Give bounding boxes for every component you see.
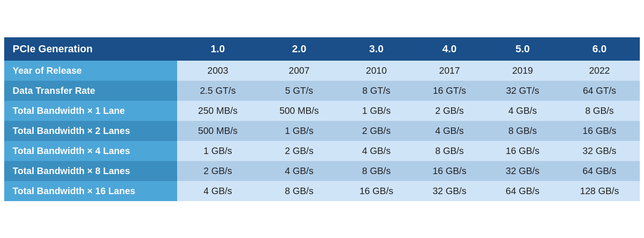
header-v1: 1.0	[177, 37, 258, 61]
row-label: Data Transfer Rate	[4, 81, 177, 101]
row-cell: 2 GB/s	[177, 161, 258, 181]
row-label: Total Bandwidth × 1 Lane	[4, 101, 177, 121]
header-row: PCIe Generation 1.0 2.0 3.0 4.0 5.0 6.0	[4, 37, 640, 61]
table-row: Total Bandwidth × 8 Lanes2 GB/s4 GB/s8 G…	[4, 161, 640, 181]
row-cell: 4 GB/s	[340, 141, 413, 161]
row-cell: 4 GB/s	[258, 161, 340, 181]
row-cell: 8 GT/s	[340, 81, 413, 101]
row-cell: 1 GB/s	[258, 121, 340, 141]
row-cell: 2 GB/s	[340, 121, 413, 141]
table-row: Total Bandwidth × 2 Lanes500 MB/s1 GB/s2…	[4, 121, 640, 141]
row-cell: 16 GB/s	[486, 141, 559, 161]
table-row: Total Bandwidth × 16 Lanes4 GB/s8 GB/s16…	[4, 181, 640, 201]
row-label: Total Bandwidth × 2 Lanes	[4, 121, 177, 141]
row-cell: 1 GB/s	[177, 141, 258, 161]
pcie-comparison-table: PCIe Generation 1.0 2.0 3.0 4.0 5.0 6.0 …	[4, 37, 640, 201]
row-label: Total Bandwidth × 16 Lanes	[4, 181, 177, 201]
row-cell: 32 GT/s	[486, 81, 559, 101]
row-cell: 16 GT/s	[413, 81, 486, 101]
row-cell: 2022	[559, 61, 640, 81]
table-row: Total Bandwidth × 4 Lanes1 GB/s2 GB/s4 G…	[4, 141, 640, 161]
row-cell: 64 GB/s	[559, 161, 640, 181]
row-cell: 2007	[258, 61, 340, 81]
table-row: Year of Release200320072010201720192022	[4, 61, 640, 81]
row-cell: 16 GB/s	[413, 161, 486, 181]
row-cell: 64 GT/s	[559, 81, 640, 101]
row-cell: 16 GB/s	[559, 121, 640, 141]
row-cell: 32 GB/s	[413, 181, 486, 201]
row-cell: 8 GB/s	[413, 141, 486, 161]
row-cell: 32 GB/s	[559, 141, 640, 161]
header-v2: 2.0	[258, 37, 340, 61]
row-cell: 64 GB/s	[486, 181, 559, 201]
row-cell: 2 GB/s	[413, 101, 486, 121]
row-cell: 8 GB/s	[486, 121, 559, 141]
row-cell: 5 GT/s	[258, 81, 340, 101]
row-cell: 2019	[486, 61, 559, 81]
row-cell: 1 GB/s	[340, 101, 413, 121]
row-cell: 8 GB/s	[559, 101, 640, 121]
row-cell: 4 GB/s	[413, 121, 486, 141]
row-cell: 2.5 GT/s	[177, 81, 258, 101]
row-cell: 32 GB/s	[486, 161, 559, 181]
table-row: Total Bandwidth × 1 Lane250 MB/s500 MB/s…	[4, 101, 640, 121]
row-label: Year of Release	[4, 61, 177, 81]
header-v5: 5.0	[486, 37, 559, 61]
table-row: Data Transfer Rate2.5 GT/s5 GT/s8 GT/s16…	[4, 81, 640, 101]
row-cell: 8 GB/s	[258, 181, 340, 201]
row-cell: 2003	[177, 61, 258, 81]
pcie-table-container: PCIe Generation 1.0 2.0 3.0 4.0 5.0 6.0 …	[4, 37, 640, 201]
row-cell: 128 GB/s	[559, 181, 640, 201]
header-v4: 4.0	[413, 37, 486, 61]
row-cell: 16 GB/s	[340, 181, 413, 201]
row-cell: 8 GB/s	[340, 161, 413, 181]
row-cell: 500 MB/s	[258, 101, 340, 121]
header-generation: PCIe Generation	[4, 37, 177, 61]
header-v6: 6.0	[559, 37, 640, 61]
row-cell: 2017	[413, 61, 486, 81]
row-label: Total Bandwidth × 8 Lanes	[4, 161, 177, 181]
row-cell: 2010	[340, 61, 413, 81]
row-label: Total Bandwidth × 4 Lanes	[4, 141, 177, 161]
row-cell: 2 GB/s	[258, 141, 340, 161]
row-cell: 500 MB/s	[177, 121, 258, 141]
row-cell: 250 MB/s	[177, 101, 258, 121]
row-cell: 4 GB/s	[486, 101, 559, 121]
row-cell: 4 GB/s	[177, 181, 258, 201]
header-v3: 3.0	[340, 37, 413, 61]
